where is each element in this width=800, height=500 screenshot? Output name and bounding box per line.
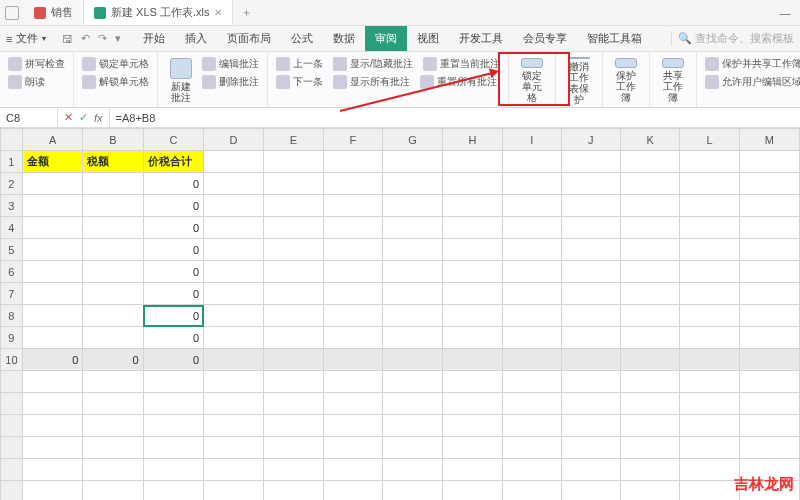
cell[interactable] [323, 151, 383, 173]
qat-more-icon[interactable]: ▾ [111, 32, 125, 45]
cell[interactable]: 0 [143, 217, 203, 239]
row-header[interactable]: 7 [1, 283, 23, 305]
cell[interactable] [204, 151, 264, 173]
cell[interactable]: 0 [143, 327, 203, 349]
minimize-button[interactable]: — [770, 0, 800, 25]
protect-workbook-button[interactable]: 保护工作簿 [609, 56, 643, 105]
active-cell[interactable]: 0 [143, 305, 203, 327]
allow-edit-range-button[interactable]: 允许用户编辑区域 [703, 74, 800, 90]
row-header[interactable]: 4 [1, 217, 23, 239]
cell[interactable]: 0 [143, 173, 203, 195]
col-header[interactable]: F [323, 129, 383, 151]
new-tab-button[interactable]: ＋ [233, 0, 259, 25]
row-header[interactable] [1, 393, 23, 415]
cell[interactable]: 0 [143, 349, 203, 371]
row-header[interactable]: 8 [1, 305, 23, 327]
col-header[interactable]: C [143, 129, 203, 151]
row-header[interactable] [1, 459, 23, 481]
row-header[interactable] [1, 481, 23, 501]
cell[interactable] [502, 151, 561, 173]
row-header[interactable] [1, 437, 23, 459]
cell[interactable]: 税额 [83, 151, 143, 173]
cell[interactable] [383, 151, 443, 173]
col-header[interactable]: D [204, 129, 264, 151]
new-comment-button[interactable]: 新建批注 [164, 56, 198, 105]
share-workbook-button[interactable]: 共享工作簿 [656, 56, 690, 105]
cell[interactable]: 0 [143, 261, 203, 283]
row-header[interactable] [1, 371, 23, 393]
name-box[interactable]: C8 [0, 108, 58, 127]
fx-icon[interactable]: fx [94, 112, 103, 124]
cell[interactable] [263, 151, 323, 173]
col-header[interactable]: L [680, 129, 739, 151]
menu-developer[interactable]: 开发工具 [449, 26, 513, 51]
spreadsheet-grid[interactable]: A B C D E F G H I J K L M 1 金额 税额 价税合计 2… [0, 128, 800, 500]
cell[interactable]: 0 [143, 283, 203, 305]
col-header[interactable]: I [502, 129, 561, 151]
row-header[interactable]: 6 [1, 261, 23, 283]
cell[interactable]: 金额 [22, 151, 82, 173]
lock-cell-button[interactable]: 锁定单元格 [80, 56, 151, 72]
unlock-cell-button[interactable]: 解锁单元格 [80, 74, 151, 90]
qat-redo-icon[interactable]: ↷ [94, 32, 111, 45]
workbook-tab-1[interactable]: 销售 [24, 0, 84, 25]
menu-member[interactable]: 会员专享 [513, 26, 577, 51]
show-all-comments-button[interactable]: 显示所有批注 [331, 74, 412, 90]
menu-smarttools[interactable]: 智能工具箱 [577, 26, 652, 51]
prev-comment-button[interactable]: 上一条 [274, 56, 325, 72]
col-header[interactable]: G [383, 129, 443, 151]
cell[interactable] [22, 173, 82, 195]
cell[interactable]: 0 [22, 349, 82, 371]
row-header[interactable] [1, 415, 23, 437]
col-header[interactable]: J [561, 129, 620, 151]
cell[interactable] [620, 151, 680, 173]
edit-comment-button[interactable]: 编辑批注 [200, 56, 261, 72]
cell[interactable] [83, 173, 143, 195]
col-header[interactable]: H [443, 129, 503, 151]
menu-pagelayout[interactable]: 页面布局 [217, 26, 281, 51]
search-box[interactable]: 🔍 查找命令、搜索模板 [671, 31, 794, 46]
menu-insert[interactable]: 插入 [175, 26, 217, 51]
menu-data[interactable]: 数据 [323, 26, 365, 51]
row-header[interactable]: 5 [1, 239, 23, 261]
row-header[interactable]: 3 [1, 195, 23, 217]
cell[interactable]: 0 [83, 349, 143, 371]
cell[interactable]: 0 [143, 239, 203, 261]
cancel-icon[interactable]: ✕ [64, 111, 73, 124]
cell[interactable] [443, 151, 503, 173]
share-icon [662, 58, 684, 68]
formula-input[interactable]: =A8+B8 [110, 112, 162, 124]
row-header[interactable]: 1 [1, 151, 23, 173]
col-header[interactable]: A [22, 129, 82, 151]
search-placeholder: 查找命令、搜索模板 [695, 31, 794, 46]
col-header[interactable]: K [620, 129, 680, 151]
cell[interactable] [680, 151, 739, 173]
row-header[interactable]: 9 [1, 327, 23, 349]
read-aloud-button[interactable]: 朗读 [6, 74, 47, 90]
menu-start[interactable]: 开始 [133, 26, 175, 51]
app-menu[interactable]: ≡ 文件 ▾ [0, 31, 52, 46]
cell[interactable]: 0 [143, 195, 203, 217]
menu-review[interactable]: 审阅 [365, 26, 407, 51]
cell[interactable]: 价税合计 [143, 151, 203, 173]
delete-comment-button[interactable]: 删除批注 [200, 74, 261, 90]
col-header[interactable]: M [739, 129, 799, 151]
row-header[interactable]: 2 [1, 173, 23, 195]
menu-view[interactable]: 视图 [407, 26, 449, 51]
menu-formula[interactable]: 公式 [281, 26, 323, 51]
toggle-comment-button[interactable]: 显示/隐藏批注 [331, 56, 415, 72]
close-icon[interactable]: ✕ [214, 7, 222, 18]
col-header[interactable]: E [263, 129, 323, 151]
row-header[interactable]: 10 [1, 349, 23, 371]
next-comment-button[interactable]: 下一条 [274, 74, 325, 90]
spellcheck-button[interactable]: 拼写检查 [6, 56, 67, 72]
col-header[interactable]: B [83, 129, 143, 151]
protect-share-button[interactable]: 保护并共享工作簿 [703, 56, 800, 72]
select-all-corner[interactable] [1, 129, 23, 151]
qat-undo-icon[interactable]: ↶ [77, 32, 94, 45]
cell[interactable] [561, 151, 620, 173]
workbook-tab-2[interactable]: 新建 XLS 工作表.xls ✕ [84, 0, 233, 25]
accept-icon[interactable]: ✓ [79, 111, 88, 124]
qat-save-icon[interactable]: 🖫 [58, 33, 77, 45]
cell[interactable] [739, 151, 799, 173]
